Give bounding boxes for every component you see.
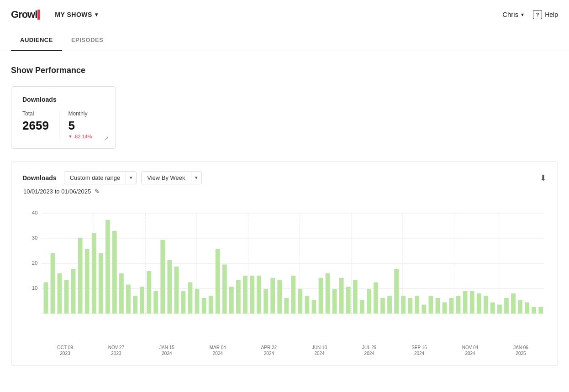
- downloads-summary-card: Downloads Total 2659 Monthly 5 ▼ -82.14%…: [11, 86, 116, 149]
- download-icon: ⬇: [540, 173, 547, 183]
- total-value: 2659: [22, 119, 59, 133]
- monthly-stat: Monthly 5 ▼ -82.14%: [59, 110, 105, 139]
- chart-title: Downloads: [22, 174, 57, 182]
- tab-episodes[interactable]: EPISODES: [62, 29, 112, 51]
- header-right: Chris ▾ ? Help: [502, 10, 558, 19]
- x-label: SEP 162024: [411, 345, 427, 356]
- x-label: JAN 152024: [159, 345, 174, 356]
- x-label: MAR 042024: [210, 345, 226, 356]
- view-by-selector[interactable]: View By Week ▾: [141, 171, 201, 184]
- x-label: JUL 292024: [362, 345, 376, 356]
- x-label: APR 222024: [261, 345, 277, 356]
- x-label: JAN 062025: [513, 345, 528, 356]
- section-title: Show Performance: [11, 66, 558, 75]
- date-range-selector[interactable]: Custom date range ▾: [64, 171, 137, 184]
- total-stat: Total 2659: [22, 110, 59, 133]
- chevron-down-icon: ▾: [521, 11, 524, 18]
- logo: Growl: [11, 9, 40, 21]
- chart-area: 40 30 20 10: [22, 204, 547, 343]
- header: Growl MY SHOWS ▾ Chris ▾ ? Help: [0, 0, 569, 29]
- monthly-change: ▼ -82.14%: [68, 134, 105, 139]
- bar-canvas: [22, 204, 547, 341]
- monthly-value: 5: [68, 119, 105, 133]
- header-left: Growl MY SHOWS ▾: [11, 9, 98, 21]
- chevron-down-icon: ▾: [95, 11, 98, 18]
- help-icon: ?: [533, 10, 542, 19]
- my-shows-button[interactable]: MY SHOWS ▾: [55, 11, 98, 18]
- my-shows-label: MY SHOWS: [55, 11, 92, 18]
- date-range-text: 10/01/2023 to 01/06/2025: [23, 188, 91, 195]
- x-label: NOV 272023: [108, 345, 125, 356]
- chevron-down-icon: ▾: [191, 172, 201, 183]
- x-label: JUN 102024: [312, 345, 327, 356]
- main-content: Show Performance Downloads Total 2659 Mo…: [0, 51, 569, 381]
- x-label: OCT 092023: [57, 345, 73, 356]
- logo-text: Growl: [11, 9, 37, 21]
- help-button[interactable]: ? Help: [533, 10, 558, 19]
- user-name: Chris: [502, 10, 518, 18]
- edit-icon[interactable]: ✎: [95, 188, 100, 195]
- logo-bar-icon: [37, 10, 40, 20]
- user-menu-button[interactable]: Chris ▾: [502, 10, 524, 18]
- chart-controls: Custom date range ▾ View By Week ▾: [64, 171, 202, 184]
- chart-header: Downloads Custom date range ▾ View By We…: [22, 171, 547, 184]
- external-link-icon: ↗: [104, 135, 109, 142]
- tab-audience[interactable]: AUDIENCE: [11, 29, 62, 51]
- downloads-card-title: Downloads: [22, 96, 105, 103]
- date-range-row: 10/01/2023 to 01/06/2025 ✎: [22, 188, 547, 195]
- help-label: Help: [545, 11, 558, 18]
- arrow-down-icon: ▼: [68, 134, 73, 139]
- view-by-selector-label: View By Week: [142, 172, 190, 184]
- x-axis-labels: OCT 092023 NOV 272023 JAN 152024 MAR 042…: [22, 343, 547, 356]
- chart-section: Downloads Custom date range ▾ View By We…: [11, 162, 558, 366]
- downloads-stats: Total 2659 Monthly 5 ▼ -82.14%: [22, 110, 105, 139]
- monthly-label: Monthly: [68, 110, 105, 117]
- chevron-down-icon: ▾: [126, 172, 136, 183]
- total-label: Total: [22, 110, 59, 117]
- x-label: NOV 042024: [462, 345, 479, 356]
- date-range-selector-label: Custom date range: [64, 172, 126, 184]
- download-chart-button[interactable]: ⬇: [540, 173, 547, 183]
- tabs-nav: AUDIENCE EPISODES: [0, 29, 569, 51]
